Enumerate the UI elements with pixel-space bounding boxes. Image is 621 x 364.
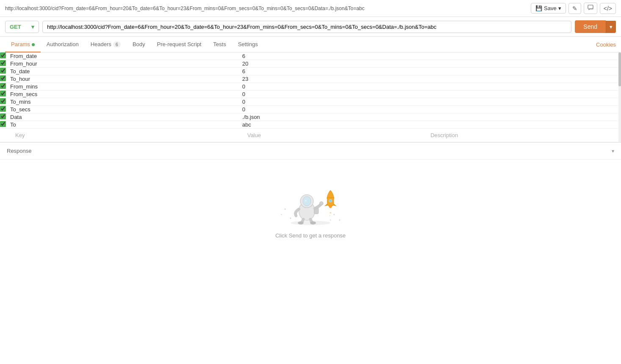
desc-cell[interactable] <box>425 98 621 106</box>
comment-button[interactable] <box>584 3 597 14</box>
value-cell[interactable]: 0 <box>242 98 425 106</box>
empty-key[interactable]: Key <box>10 129 242 142</box>
key-cell[interactable]: To <box>10 121 242 129</box>
row-checkbox-cell[interactable] <box>0 83 10 91</box>
desc-cell[interactable] <box>425 52 621 60</box>
value-cell[interactable]: 23 <box>242 75 425 83</box>
empty-desc[interactable]: Description <box>425 129 621 142</box>
scroll-track <box>618 52 621 142</box>
key-cell[interactable]: To_date <box>10 68 242 75</box>
empty-value[interactable]: Value <box>242 129 425 142</box>
code-button[interactable]: </> <box>600 3 616 14</box>
method-select[interactable]: GET ▾ <box>5 21 39 33</box>
svg-point-11 <box>305 200 306 201</box>
desc-cell[interactable] <box>425 75 621 83</box>
top-bar: http://localhost:3000/cid?From_date=6&Fr… <box>0 0 621 17</box>
row-checkbox-cell[interactable] <box>0 113 10 121</box>
key-cell[interactable]: From_date <box>10 52 242 60</box>
key-cell[interactable]: To_hour <box>10 75 242 83</box>
svg-point-18 <box>330 212 331 213</box>
params-table-wrapper: From_date 6 From_hour 20 To_date 6 To_ho… <box>0 52 621 143</box>
save-button[interactable]: 💾 Save ▾ <box>531 3 566 14</box>
row-checkbox-cell[interactable] <box>0 52 10 60</box>
key-cell[interactable]: From_secs <box>10 91 242 98</box>
params-dot <box>32 43 35 46</box>
response-bar[interactable]: Response ▾ <box>0 143 621 160</box>
tab-headers[interactable]: Headers6 <box>85 37 127 52</box>
tab-tests[interactable]: Tests <box>207 37 232 52</box>
tab-body[interactable]: Body <box>127 37 151 52</box>
row-checkbox[interactable] <box>0 113 6 119</box>
desc-cell[interactable] <box>425 91 621 98</box>
response-chevron-icon: ▾ <box>612 148 614 154</box>
send-main-button[interactable]: Send <box>575 20 606 33</box>
value-cell[interactable]: abc <box>242 121 425 129</box>
value-cell[interactable]: 6 <box>242 52 425 60</box>
key-cell[interactable]: To_secs <box>10 106 242 113</box>
svg-point-4 <box>333 214 335 215</box>
value-cell[interactable]: ./b.json <box>242 113 425 121</box>
svg-point-1 <box>284 208 286 210</box>
tab-pre-request[interactable]: Pre-request Script <box>151 37 208 52</box>
svg-point-3 <box>281 214 282 215</box>
row-checkbox-cell[interactable] <box>0 60 10 68</box>
svg-rect-0 <box>588 5 593 9</box>
tab-settings-label: Settings <box>238 41 258 47</box>
table-row: Data ./b.json <box>0 113 621 121</box>
tab-authorization[interactable]: Authorization <box>41 37 85 52</box>
row-checkbox[interactable] <box>0 121 6 127</box>
row-checkbox-cell[interactable] <box>0 68 10 75</box>
row-checkbox[interactable] <box>0 98 6 104</box>
value-cell[interactable]: 0 <box>242 106 425 113</box>
desc-cell[interactable] <box>425 68 621 75</box>
row-checkbox[interactable] <box>0 91 6 97</box>
url-bar: GET ▾ Send ▾ <box>0 17 621 37</box>
empty-checkbox-cell <box>0 129 10 142</box>
method-dropdown-icon: ▾ <box>31 24 34 30</box>
edit-button[interactable]: ✎ <box>568 3 581 14</box>
tab-settings[interactable]: Settings <box>232 37 264 52</box>
row-checkbox[interactable] <box>0 52 6 58</box>
top-bar-url: http://localhost:3000/cid?From_date=6&Fr… <box>5 6 531 11</box>
send-dropdown-button[interactable]: ▾ <box>606 21 616 33</box>
url-input[interactable] <box>42 21 571 33</box>
scroll-thumb[interactable] <box>618 52 621 86</box>
value-cell[interactable]: 0 <box>242 91 425 98</box>
row-checkbox-cell[interactable] <box>0 98 10 106</box>
value-cell[interactable]: 20 <box>242 60 425 68</box>
value-cell[interactable]: 6 <box>242 68 425 75</box>
desc-cell[interactable] <box>425 113 621 121</box>
desc-cell[interactable] <box>425 83 621 91</box>
value-cell[interactable]: 0 <box>242 83 425 91</box>
svg-point-14 <box>298 221 304 224</box>
empty-state-text: Click Send to get a response <box>275 232 346 239</box>
row-checkbox-cell[interactable] <box>0 121 10 129</box>
row-checkbox[interactable] <box>0 75 6 81</box>
svg-point-15 <box>310 221 316 224</box>
key-cell[interactable]: To_mins <box>10 98 242 106</box>
tabs-bar: Params Authorization Headers6 Body Pre-r… <box>0 37 621 52</box>
row-checkbox[interactable] <box>0 83 6 89</box>
svg-point-17 <box>329 199 332 202</box>
table-row: To_hour 23 <box>0 75 621 83</box>
row-checkbox[interactable] <box>0 106 6 112</box>
key-cell[interactable]: Data <box>10 113 242 121</box>
row-checkbox[interactable] <box>0 68 6 74</box>
row-checkbox-cell[interactable] <box>0 106 10 113</box>
save-icon: 💾 <box>535 5 542 11</box>
tab-authorization-label: Authorization <box>47 41 79 47</box>
tab-params[interactable]: Params <box>5 37 41 52</box>
svg-point-13 <box>319 201 323 205</box>
row-checkbox-cell[interactable] <box>0 91 10 98</box>
desc-cell[interactable] <box>425 106 621 113</box>
row-checkbox[interactable] <box>0 60 6 66</box>
row-checkbox-cell[interactable] <box>0 75 10 83</box>
key-cell[interactable]: From_hour <box>10 60 242 68</box>
desc-cell[interactable] <box>425 60 621 68</box>
desc-cell[interactable] <box>425 121 621 129</box>
svg-point-10 <box>303 196 311 206</box>
headers-badge: 6 <box>113 41 121 47</box>
astronaut-illustration <box>272 176 349 227</box>
cookies-link[interactable]: Cookies <box>596 37 616 52</box>
key-cell[interactable]: From_mins <box>10 83 242 91</box>
